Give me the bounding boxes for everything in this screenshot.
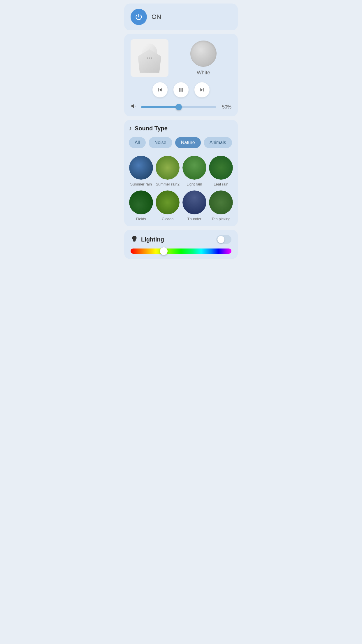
sound-label-tea-picking: Tea picking — [212, 217, 231, 221]
sound-thumb-cicada — [156, 190, 180, 214]
device-dots — [147, 57, 152, 59]
power-icon — [135, 13, 143, 21]
device-dot — [149, 57, 150, 59]
lighting-title: Lighting — [141, 236, 164, 243]
lighting-left: Lighting — [131, 235, 164, 244]
volume-thumb[interactable] — [175, 104, 182, 110]
sound-label-thunder: Thunder — [187, 217, 201, 221]
sound-thumb-inner-thunder — [182, 190, 206, 214]
sound-item-leaf-rain[interactable]: Leaf rain — [209, 156, 233, 186]
playback-controls — [131, 82, 231, 97]
lighting-toggle[interactable] — [216, 235, 231, 244]
sound-thumb-inner-light-rain — [182, 156, 206, 180]
lighting-icon — [131, 235, 138, 244]
sound-label-leaf-rain: Leaf rain — [214, 182, 229, 186]
player-top: White — [131, 39, 231, 77]
music-icon: ♪ — [129, 125, 132, 132]
sound-thumb-summer-rain2 — [156, 156, 180, 180]
lighting-card: Lighting — [124, 230, 238, 259]
sound-thumb-summer-rain — [129, 156, 153, 180]
device-dot — [151, 57, 152, 59]
volume-slider[interactable] — [141, 106, 216, 108]
power-status-label: ON — [152, 13, 161, 21]
pause-icon — [178, 87, 184, 93]
sound-label-cicada: Cicada — [162, 217, 173, 221]
sound-thumb-inner-tea-picking — [209, 190, 233, 214]
volume-percent: 50% — [220, 104, 231, 110]
sound-item-fields[interactable]: Fields — [129, 190, 153, 221]
volume-icon — [131, 103, 138, 111]
tab-animals[interactable]: Animals — [204, 137, 232, 148]
sound-item-summer-rain2[interactable]: Summer rain2 — [156, 156, 180, 186]
toggle-knob — [217, 236, 224, 243]
tab-all[interactable]: All — [129, 137, 146, 148]
sound-label-fields: Fields — [136, 217, 146, 221]
tab-noise[interactable]: Noise — [149, 137, 172, 148]
category-tabs: All Noise Nature Animals Life — [129, 137, 233, 149]
device-image — [131, 39, 168, 77]
skip-forward-icon — [199, 87, 205, 93]
sound-item-summer-rain[interactable]: Summer rain — [129, 156, 153, 186]
lighting-header: Lighting — [131, 235, 231, 244]
pause-button[interactable] — [173, 82, 189, 97]
sound-type-header: ♪ Sound Type — [129, 125, 233, 132]
current-sound-visual — [190, 41, 217, 67]
skip-back-icon — [157, 87, 163, 93]
sound-thumb-leaf-rain — [209, 156, 233, 180]
sound-item-tea-picking[interactable]: Tea picking — [209, 190, 233, 221]
sound-label-light-rain: Light rain — [187, 182, 202, 186]
sound-label-summer-rain2: Summer rain2 — [156, 182, 180, 186]
sound-info: White — [175, 41, 231, 76]
sound-thumb-inner-leaf-rain — [209, 156, 233, 180]
device-body — [138, 49, 161, 73]
sound-grid: Summer rainSummer rain2Light rainLeaf ra… — [129, 156, 233, 221]
volume-row: 50% — [131, 103, 231, 111]
sound-type-card: ♪ Sound Type All Noise Nature Animals Li… — [124, 120, 238, 226]
sound-label-summer-rain: Summer rain — [130, 182, 152, 186]
player-card: White 50% — [124, 34, 238, 116]
power-card: ON — [124, 4, 238, 30]
color-thumb[interactable] — [160, 247, 168, 255]
sound-thumb-light-rain — [182, 156, 206, 180]
device-shape — [138, 43, 161, 73]
sound-item-light-rain[interactable]: Light rain — [182, 156, 207, 186]
sound-thumb-inner-cicada — [156, 190, 180, 214]
previous-button[interactable] — [152, 82, 168, 97]
tab-nature[interactable]: Nature — [175, 137, 201, 148]
power-button[interactable] — [131, 9, 147, 25]
sound-item-cicada[interactable]: Cicada — [156, 190, 180, 221]
color-slider[interactable] — [131, 249, 231, 254]
device-dot — [147, 57, 148, 59]
sound-thumb-fields — [129, 190, 153, 214]
sound-thumb-inner-fields — [129, 190, 153, 214]
current-sound-label: White — [197, 70, 210, 76]
sound-thumb-thunder — [182, 190, 206, 214]
next-button[interactable] — [194, 82, 210, 97]
sound-thumb-tea-picking — [209, 190, 233, 214]
sound-thumb-inner-summer-rain2 — [156, 156, 180, 180]
sound-type-title: Sound Type — [135, 125, 168, 132]
sound-item-thunder[interactable]: Thunder — [182, 190, 207, 221]
sound-thumb-inner-summer-rain — [129, 156, 153, 180]
